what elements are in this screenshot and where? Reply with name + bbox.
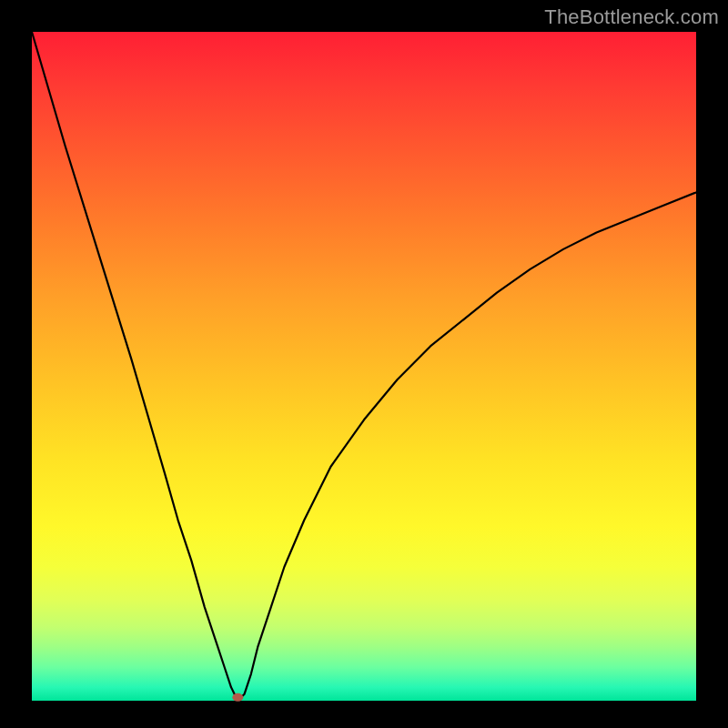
bottleneck-curve	[32, 32, 696, 701]
watermark-text: TheBottleneck.com	[544, 5, 719, 29]
curve-line	[32, 32, 696, 697]
chart-frame: TheBottleneck.com	[0, 0, 728, 728]
plot-area	[32, 32, 696, 701]
minimum-marker	[232, 693, 243, 702]
